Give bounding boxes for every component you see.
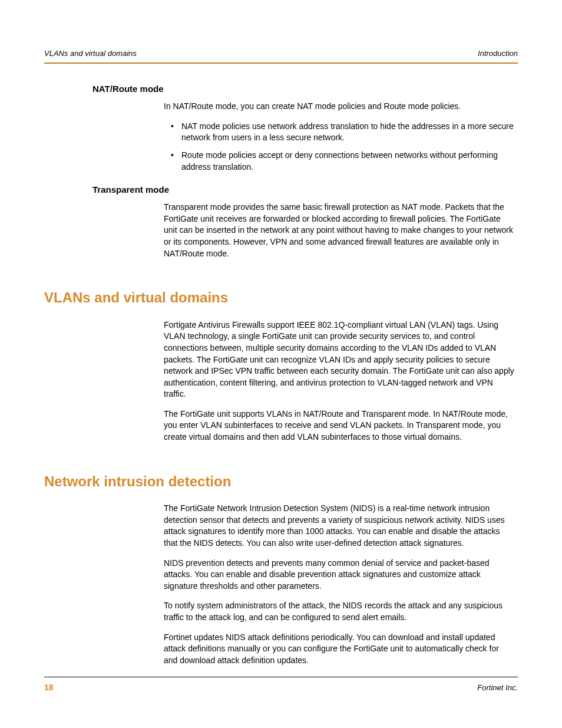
footer-company: Fortinet Inc. [477, 683, 518, 693]
vlans-p2: The FortiGate unit supports VLANs in NAT… [164, 409, 515, 443]
subheading-nat-route: NAT/Route mode [92, 83, 518, 95]
footer-rule [44, 677, 518, 677]
header-left: VLANs and virtual domains [44, 48, 137, 59]
running-header: VLANs and virtual domains Introduction [44, 48, 518, 62]
transparent-p1: Transparent mode provides the same basic… [164, 202, 515, 259]
header-right: Introduction [478, 48, 518, 59]
vlans-p1: Fortigate Antivirus Firewalls support IE… [164, 319, 515, 400]
nids-p2: NIDS prevention detects and prevents man… [164, 558, 515, 592]
section-heading-nids: Network intrusion detection [44, 472, 518, 492]
list-item: Route mode policies accept or deny conne… [164, 150, 515, 173]
nat-route-bullets: NAT mode policies use network address tr… [164, 121, 515, 173]
nids-p3: To notify system administrators of the a… [164, 600, 515, 623]
page-number: 18 [44, 682, 54, 694]
nids-p4: Fortinet updates NIDS attack definitions… [164, 632, 515, 667]
subheading-transparent: Transparent mode [92, 183, 518, 196]
nids-p1: The FortiGate Network Intrusion Detectio… [164, 503, 515, 549]
nat-route-intro: In NAT/Route mode, you can create NAT mo… [164, 101, 515, 113]
footer: 18 Fortinet Inc. [44, 677, 518, 694]
section-heading-vlans: VLANs and virtual domains [44, 288, 518, 308]
header-rule [44, 62, 518, 64]
list-item: NAT mode policies use network address tr… [164, 121, 515, 144]
